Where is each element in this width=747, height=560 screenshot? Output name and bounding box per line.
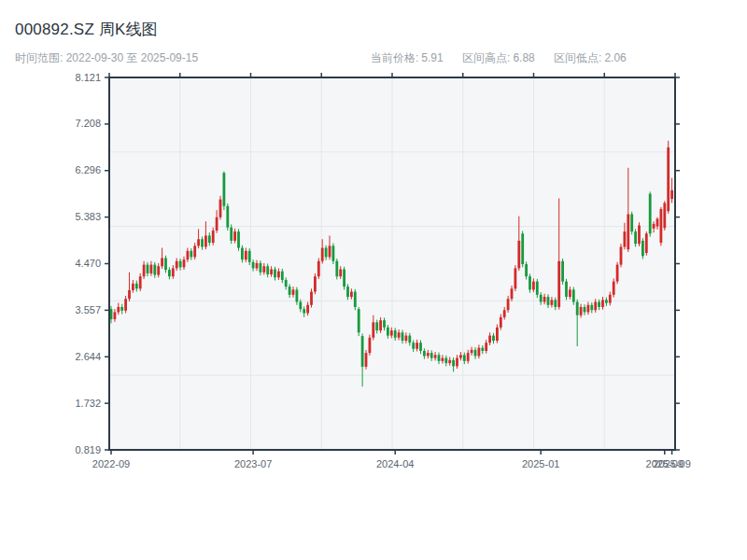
candle-body bbox=[139, 276, 142, 288]
candle-body bbox=[266, 266, 269, 274]
candle-body bbox=[408, 336, 411, 343]
candle-body bbox=[478, 348, 481, 357]
candle-body bbox=[390, 330, 393, 335]
candle-body bbox=[310, 292, 313, 305]
candle-body bbox=[620, 246, 623, 264]
candle-body bbox=[543, 297, 546, 301]
candle-body bbox=[467, 353, 470, 361]
candle-body bbox=[299, 301, 302, 309]
candle-body bbox=[354, 292, 357, 307]
candle-body bbox=[296, 289, 299, 301]
candle-body bbox=[514, 268, 517, 288]
y-tick-label: 2.644 bbox=[75, 351, 101, 362]
candle-body bbox=[277, 272, 280, 278]
candle-body bbox=[241, 248, 244, 260]
candle-body bbox=[117, 307, 120, 312]
candle-body bbox=[517, 241, 520, 269]
x-tick-label: 2022-09 bbox=[92, 458, 130, 469]
candle-body bbox=[598, 301, 600, 306]
candle-body bbox=[369, 338, 372, 353]
candle-body bbox=[256, 263, 259, 268]
candle-body bbox=[649, 194, 652, 234]
candle-body bbox=[572, 289, 575, 301]
y-tick-label: 1.732 bbox=[75, 398, 101, 409]
candle-body bbox=[335, 261, 338, 276]
candle-body bbox=[590, 305, 593, 310]
candle-body bbox=[343, 270, 345, 287]
candle-body bbox=[459, 355, 462, 357]
candle-body bbox=[613, 282, 615, 295]
candle-body bbox=[561, 261, 564, 282]
candle-body bbox=[172, 268, 175, 276]
candle-body bbox=[223, 173, 226, 206]
candle-body bbox=[656, 218, 659, 226]
candle-body bbox=[412, 343, 415, 349]
candle-body bbox=[402, 332, 404, 341]
candle-body bbox=[245, 251, 247, 259]
candle-body bbox=[627, 214, 629, 249]
candle-body bbox=[492, 336, 495, 341]
candle-body bbox=[260, 263, 262, 273]
candle-body bbox=[630, 214, 633, 231]
candle-body bbox=[398, 332, 401, 337]
candle-body bbox=[660, 209, 663, 243]
candle-body bbox=[481, 348, 484, 351]
candle-body bbox=[670, 190, 673, 199]
candle-body bbox=[488, 336, 491, 343]
candle-body bbox=[147, 265, 149, 273]
candle-body bbox=[216, 217, 218, 231]
candle-body bbox=[405, 336, 408, 341]
candle-body bbox=[168, 270, 171, 276]
candle-body bbox=[153, 265, 156, 275]
candle-body bbox=[346, 287, 349, 297]
candle-body bbox=[529, 276, 531, 289]
candle-body bbox=[645, 233, 648, 253]
y-tick-label: 6.296 bbox=[75, 164, 101, 175]
candle-body bbox=[641, 241, 644, 256]
candle-body bbox=[638, 226, 641, 245]
candle-body bbox=[375, 322, 378, 330]
x-axis-labels: 2022-092023-072024-042025-012025-092025-… bbox=[92, 458, 691, 469]
candle-body bbox=[634, 231, 637, 244]
candle-body bbox=[394, 330, 397, 338]
candle-body bbox=[576, 301, 579, 315]
candle-body bbox=[230, 228, 233, 241]
candle-body bbox=[201, 239, 204, 246]
candle-body bbox=[270, 270, 273, 274]
candle-body bbox=[176, 261, 178, 269]
candle-body bbox=[372, 322, 374, 337]
candle-body bbox=[110, 309, 113, 319]
candle-body bbox=[132, 284, 134, 290]
x-tick-label: 2023-07 bbox=[234, 458, 272, 469]
y-tick-label: 0.819 bbox=[75, 444, 101, 455]
candle-body bbox=[358, 309, 360, 332]
candle-body bbox=[507, 299, 510, 310]
candle-body bbox=[332, 245, 335, 260]
candle-body bbox=[456, 358, 458, 367]
candle-body bbox=[605, 300, 608, 302]
candle-body bbox=[419, 343, 422, 351]
candle-body bbox=[565, 282, 568, 297]
candle-body bbox=[204, 235, 207, 246]
candle-body bbox=[197, 239, 200, 245]
candle-body bbox=[471, 350, 473, 353]
candle-body bbox=[438, 355, 441, 361]
candle-body bbox=[474, 350, 477, 357]
candle-body bbox=[383, 320, 386, 328]
candle-body bbox=[663, 203, 666, 228]
candle-body bbox=[124, 299, 127, 311]
candle-body bbox=[554, 300, 557, 307]
y-tick-label: 7.208 bbox=[75, 118, 101, 129]
candle-body bbox=[511, 288, 514, 299]
candle-body bbox=[653, 224, 655, 229]
candle-body bbox=[609, 295, 612, 303]
candle-body bbox=[485, 343, 487, 351]
candle-body bbox=[329, 245, 331, 257]
kline-chart-svg: 8.1217.2086.2965.3834.4703.5572.6441.732… bbox=[0, 0, 747, 560]
candle-body bbox=[547, 297, 550, 305]
candle-body bbox=[187, 251, 190, 259]
candle-body bbox=[387, 328, 389, 336]
candle-body bbox=[226, 206, 229, 228]
candle-body bbox=[281, 272, 284, 280]
candle-body bbox=[193, 245, 196, 257]
